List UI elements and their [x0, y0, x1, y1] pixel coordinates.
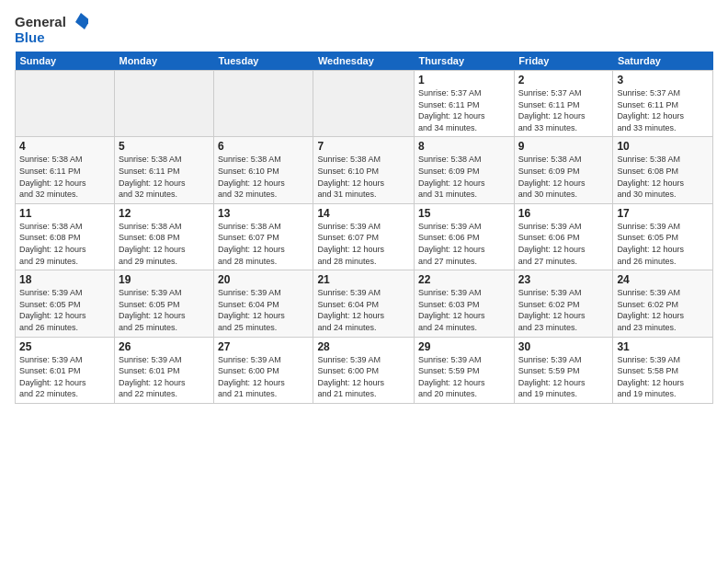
day-number: 23: [518, 273, 609, 286]
calendar-cell: 12Sunrise: 5:38 AM Sunset: 6:08 PM Dayli…: [114, 203, 213, 270]
calendar-cell: 10Sunrise: 5:38 AM Sunset: 6:08 PM Dayli…: [613, 137, 713, 203]
calendar-cell: 2Sunrise: 5:37 AM Sunset: 6:11 PM Daylig…: [514, 71, 613, 137]
calendar-cell: 24Sunrise: 5:39 AM Sunset: 6:02 PM Dayli…: [613, 270, 713, 337]
day-info: Sunrise: 5:39 AM Sunset: 6:00 PM Dayligh…: [218, 354, 309, 400]
day-number: 20: [218, 273, 309, 286]
day-info: Sunrise: 5:39 AM Sunset: 6:05 PM Dayligh…: [19, 287, 110, 333]
day-info: Sunrise: 5:39 AM Sunset: 6:02 PM Dayligh…: [617, 287, 709, 333]
svg-text:Blue: Blue: [15, 29, 45, 45]
day-header-monday: Monday: [114, 52, 213, 71]
day-number: 19: [119, 273, 210, 286]
day-info: Sunrise: 5:39 AM Sunset: 6:06 PM Dayligh…: [418, 221, 510, 267]
calendar-cell: 21Sunrise: 5:39 AM Sunset: 6:04 PM Dayli…: [313, 270, 415, 337]
day-number: 27: [218, 340, 309, 353]
calendar-cell: 11Sunrise: 5:38 AM Sunset: 6:08 PM Dayli…: [16, 203, 115, 270]
day-number: 6: [218, 140, 309, 153]
calendar-cell: 30Sunrise: 5:39 AM Sunset: 5:59 PM Dayli…: [514, 337, 613, 403]
calendar-cell: 19Sunrise: 5:39 AM Sunset: 6:05 PM Dayli…: [114, 270, 213, 337]
header: General Blue: [15, 11, 713, 46]
calendar-cell: 4Sunrise: 5:38 AM Sunset: 6:11 PM Daylig…: [16, 137, 115, 203]
day-info: Sunrise: 5:38 AM Sunset: 6:10 PM Dayligh…: [218, 154, 309, 200]
calendar-cell: 18Sunrise: 5:39 AM Sunset: 6:05 PM Dayli…: [16, 270, 115, 337]
day-info: Sunrise: 5:39 AM Sunset: 6:07 PM Dayligh…: [317, 221, 410, 267]
calendar-cell: 29Sunrise: 5:39 AM Sunset: 5:59 PM Dayli…: [415, 337, 515, 403]
day-number: 7: [317, 140, 410, 153]
day-info: Sunrise: 5:39 AM Sunset: 6:02 PM Dayligh…: [518, 287, 609, 333]
calendar-cell: 8Sunrise: 5:38 AM Sunset: 6:09 PM Daylig…: [415, 137, 515, 203]
day-header-thursday: Thursday: [415, 52, 515, 71]
calendar-cell: 5Sunrise: 5:38 AM Sunset: 6:11 PM Daylig…: [114, 137, 213, 203]
day-number: 31: [617, 340, 709, 353]
day-number: 12: [119, 207, 210, 220]
day-info: Sunrise: 5:38 AM Sunset: 6:08 PM Dayligh…: [19, 221, 110, 267]
header-row: SundayMondayTuesdayWednesdayThursdayFrid…: [16, 52, 713, 71]
calendar-table: SundayMondayTuesdayWednesdayThursdayFrid…: [15, 52, 713, 404]
day-info: Sunrise: 5:39 AM Sunset: 5:58 PM Dayligh…: [617, 354, 709, 400]
calendar-cell: 31Sunrise: 5:39 AM Sunset: 5:58 PM Dayli…: [613, 337, 713, 403]
day-info: Sunrise: 5:39 AM Sunset: 5:59 PM Dayligh…: [518, 354, 609, 400]
day-info: Sunrise: 5:37 AM Sunset: 6:11 PM Dayligh…: [418, 87, 510, 133]
day-number: 3: [617, 74, 709, 86]
day-info: Sunrise: 5:39 AM Sunset: 6:04 PM Dayligh…: [317, 287, 410, 333]
week-row: 4Sunrise: 5:38 AM Sunset: 6:11 PM Daylig…: [16, 137, 713, 203]
day-info: Sunrise: 5:39 AM Sunset: 6:01 PM Dayligh…: [119, 354, 210, 400]
day-info: Sunrise: 5:38 AM Sunset: 6:08 PM Dayligh…: [119, 221, 210, 267]
calendar-cell: [114, 71, 213, 137]
day-header-wednesday: Wednesday: [313, 52, 415, 71]
day-number: 9: [518, 140, 609, 153]
svg-marker-2: [75, 13, 88, 29]
calendar-cell: [16, 71, 115, 137]
day-number: 18: [19, 273, 110, 286]
svg-text:General: General: [15, 14, 66, 29]
day-header-sunday: Sunday: [16, 52, 115, 71]
day-header-saturday: Saturday: [613, 52, 713, 71]
week-row: 18Sunrise: 5:39 AM Sunset: 6:05 PM Dayli…: [16, 270, 713, 337]
day-number: 5: [119, 140, 210, 153]
day-info: Sunrise: 5:37 AM Sunset: 6:11 PM Dayligh…: [617, 87, 709, 133]
day-number: 26: [119, 340, 210, 353]
day-header-friday: Friday: [514, 52, 613, 71]
day-number: 24: [617, 273, 709, 286]
day-number: 8: [418, 140, 510, 153]
calendar-cell: 13Sunrise: 5:38 AM Sunset: 6:07 PM Dayli…: [214, 203, 313, 270]
day-info: Sunrise: 5:39 AM Sunset: 6:03 PM Dayligh…: [418, 287, 510, 333]
day-info: Sunrise: 5:38 AM Sunset: 6:11 PM Dayligh…: [119, 154, 210, 200]
calendar-cell: 22Sunrise: 5:39 AM Sunset: 6:03 PM Dayli…: [415, 270, 515, 337]
day-header-tuesday: Tuesday: [214, 52, 313, 71]
day-number: 13: [218, 207, 309, 220]
day-info: Sunrise: 5:38 AM Sunset: 6:09 PM Dayligh…: [418, 154, 510, 200]
calendar-cell: 14Sunrise: 5:39 AM Sunset: 6:07 PM Dayli…: [313, 203, 415, 270]
calendar-cell: 26Sunrise: 5:39 AM Sunset: 6:01 PM Dayli…: [114, 337, 213, 403]
day-info: Sunrise: 5:38 AM Sunset: 6:07 PM Dayligh…: [218, 221, 309, 267]
calendar-cell: [313, 71, 415, 137]
day-info: Sunrise: 5:38 AM Sunset: 6:08 PM Dayligh…: [617, 154, 709, 200]
calendar-cell: 25Sunrise: 5:39 AM Sunset: 6:01 PM Dayli…: [16, 337, 115, 403]
week-row: 25Sunrise: 5:39 AM Sunset: 6:01 PM Dayli…: [16, 337, 713, 403]
day-number: 29: [418, 340, 510, 353]
day-info: Sunrise: 5:37 AM Sunset: 6:11 PM Dayligh…: [518, 87, 609, 133]
day-number: 22: [418, 273, 510, 286]
logo: General Blue: [15, 11, 88, 46]
calendar-cell: 7Sunrise: 5:38 AM Sunset: 6:10 PM Daylig…: [313, 137, 415, 203]
day-number: 11: [19, 207, 110, 220]
day-number: 17: [617, 207, 709, 220]
week-row: 1Sunrise: 5:37 AM Sunset: 6:11 PM Daylig…: [16, 71, 713, 137]
day-info: Sunrise: 5:38 AM Sunset: 6:09 PM Dayligh…: [518, 154, 609, 200]
day-info: Sunrise: 5:39 AM Sunset: 5:59 PM Dayligh…: [418, 354, 510, 400]
day-number: 21: [317, 273, 410, 286]
day-number: 10: [617, 140, 709, 153]
day-info: Sunrise: 5:38 AM Sunset: 6:10 PM Dayligh…: [317, 154, 410, 200]
day-number: 14: [317, 207, 410, 220]
calendar-cell: 17Sunrise: 5:39 AM Sunset: 6:05 PM Dayli…: [613, 203, 713, 270]
day-number: 25: [19, 340, 110, 353]
calendar-cell: 3Sunrise: 5:37 AM Sunset: 6:11 PM Daylig…: [613, 71, 713, 137]
day-number: 2: [518, 74, 609, 86]
day-info: Sunrise: 5:39 AM Sunset: 6:04 PM Dayligh…: [218, 287, 309, 333]
calendar-cell: 1Sunrise: 5:37 AM Sunset: 6:11 PM Daylig…: [415, 71, 515, 137]
day-info: Sunrise: 5:39 AM Sunset: 6:05 PM Dayligh…: [617, 221, 709, 267]
calendar-cell: 15Sunrise: 5:39 AM Sunset: 6:06 PM Dayli…: [415, 203, 515, 270]
day-number: 16: [518, 207, 609, 220]
day-info: Sunrise: 5:39 AM Sunset: 6:05 PM Dayligh…: [119, 287, 210, 333]
calendar-cell: 23Sunrise: 5:39 AM Sunset: 6:02 PM Dayli…: [514, 270, 613, 337]
calendar-cell: [214, 71, 313, 137]
